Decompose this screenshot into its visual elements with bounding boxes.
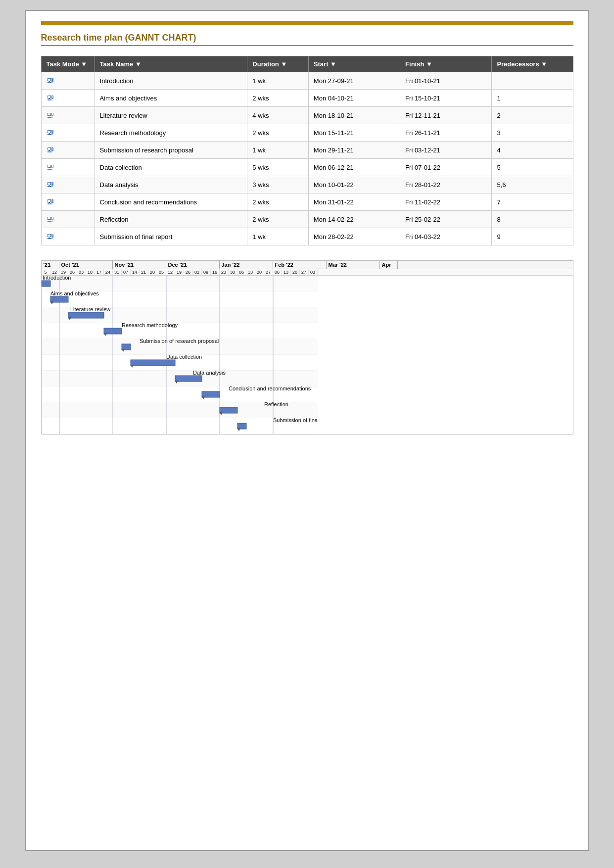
timeline-dates: 5121926031017243107142128051219260209162… bbox=[42, 269, 573, 276]
timeline-month: Oct '21 bbox=[59, 261, 113, 269]
sort-icon-task-name[interactable]: ▼ bbox=[135, 60, 142, 68]
cell-start-5: Mon 06-12-21 bbox=[308, 159, 400, 176]
timeline-date: 19 bbox=[59, 269, 68, 275]
cell-task-name-1: Aims and objectives bbox=[94, 90, 247, 107]
cell-duration-9: 1 wk bbox=[247, 228, 309, 245]
cell-finish-3: Fri 26-11-21 bbox=[400, 124, 492, 142]
cell-predecessors-2: 2 bbox=[492, 107, 573, 124]
sort-icon-finish[interactable]: ▼ bbox=[426, 60, 432, 68]
sort-icon-start[interactable]: ▼ bbox=[330, 60, 336, 68]
cell-predecessors-4: 4 bbox=[492, 142, 573, 159]
timeline-date: 13 bbox=[282, 269, 291, 275]
sort-icon-task-mode[interactable]: ▼ bbox=[81, 60, 87, 68]
cell-start-2: Mon 18-10-21 bbox=[308, 107, 400, 124]
chart-label-6: Data analysis bbox=[193, 370, 226, 376]
timeline-date: 14 bbox=[131, 269, 140, 275]
cell-task-mode-6: 🖳 bbox=[41, 176, 94, 193]
cell-duration-4: 1 wk bbox=[247, 142, 309, 159]
cell-duration-5: 5 wks bbox=[247, 159, 309, 176]
timeline-date: 5 bbox=[42, 269, 50, 275]
cell-predecessors-6: 5,6 bbox=[492, 176, 573, 193]
cell-task-name-9: Submission of final report bbox=[94, 228, 247, 245]
table-row: 🖳 Conclusion and recommendations 2 wks M… bbox=[41, 193, 573, 211]
table-row: 🖳 Submission of research proposal 1 wk M… bbox=[41, 142, 573, 159]
gantt-table: Task Mode ▼ Task Name ▼ Duration ▼ Start… bbox=[41, 56, 573, 245]
task-mode-icon-0: 🖳 bbox=[47, 76, 54, 85]
task-mode-icon-3: 🖳 bbox=[47, 128, 54, 137]
timeline-date: 12 bbox=[50, 269, 59, 275]
cell-start-6: Mon 10-01-22 bbox=[308, 176, 400, 193]
cell-finish-5: Fri 07-01-22 bbox=[400, 159, 492, 176]
chart-label-2: Literature review bbox=[70, 306, 110, 312]
timeline-month: Mar '22 bbox=[327, 261, 380, 269]
cell-start-8: Mon 14-02-22 bbox=[308, 211, 400, 228]
chart-arrow-7: ▼ bbox=[201, 395, 206, 400]
cell-predecessors-3: 3 bbox=[492, 124, 573, 142]
cell-duration-1: 2 wks bbox=[247, 90, 309, 107]
timeline-date: 24 bbox=[104, 269, 113, 275]
top-bar bbox=[41, 21, 573, 25]
timeline-month: Feb '22 bbox=[273, 261, 327, 269]
timeline-date: 05 bbox=[157, 269, 166, 275]
task-mode-icon-9: 🖳 bbox=[47, 232, 54, 241]
chart-label-1: Aims and objectives bbox=[50, 290, 99, 296]
cell-finish-1: Fri 15-10-21 bbox=[400, 90, 492, 107]
chart-arrow-9: ▼ bbox=[236, 427, 241, 432]
col-header-task-mode[interactable]: Task Mode ▼ bbox=[41, 56, 94, 72]
table-row: 🖳 Aims and objectives 2 wks Mon 04-10-21… bbox=[41, 90, 573, 107]
timeline-date: 13 bbox=[246, 269, 255, 275]
task-mode-icon-7: 🖳 bbox=[47, 197, 54, 206]
timeline-date: 23 bbox=[220, 269, 229, 275]
task-mode-icon-2: 🖳 bbox=[47, 111, 54, 119]
table-row: 🖳 Submission of final report 1 wk Mon 28… bbox=[41, 228, 573, 245]
col-label-task-name: Task Name bbox=[100, 60, 134, 68]
timeline-date: 07 bbox=[122, 269, 131, 275]
cell-task-mode-7: 🖳 bbox=[41, 193, 94, 211]
table-row: 🖳 Reflection 2 wks Mon 14-02-22 Fri 25-0… bbox=[41, 211, 573, 228]
cell-finish-0: Fri 01-10-21 bbox=[400, 72, 492, 90]
col-header-predecessors[interactable]: Predecessors ▼ bbox=[492, 56, 573, 72]
task-mode-icon-1: 🖳 bbox=[47, 94, 54, 102]
chart-arrow-2: ▼ bbox=[67, 316, 72, 321]
timeline-date: 17 bbox=[95, 269, 104, 275]
chart-bg-row-3 bbox=[42, 323, 318, 339]
chart-bg-row-0 bbox=[42, 276, 318, 291]
cell-predecessors-9: 9 bbox=[492, 228, 573, 245]
col-label-start: Start bbox=[314, 60, 329, 68]
timeline-date: 12 bbox=[166, 269, 175, 275]
cell-task-name-5: Data collection bbox=[94, 159, 247, 176]
col-label-predecessors: Predecessors bbox=[497, 60, 539, 68]
cell-task-name-8: Reflection bbox=[94, 211, 247, 228]
chart-arrow-5: ▼ bbox=[130, 363, 135, 369]
sort-icon-duration[interactable]: ▼ bbox=[281, 60, 287, 68]
chart-arrow-6: ▼ bbox=[174, 379, 179, 385]
cell-start-1: Mon 04-10-21 bbox=[308, 90, 400, 107]
timeline-month: Dec '21 bbox=[166, 261, 220, 269]
timeline-date: 06 bbox=[273, 269, 282, 275]
cell-duration-6: 3 wks bbox=[247, 176, 309, 193]
chart-label-7: Conclusion and recommendations bbox=[229, 386, 311, 391]
timeline-date: 26 bbox=[184, 269, 193, 275]
cell-duration-3: 2 wks bbox=[247, 124, 309, 142]
chart-bar-6 bbox=[175, 376, 202, 382]
chart-arrow-3: ▼ bbox=[103, 332, 108, 337]
col-header-finish[interactable]: Finish ▼ bbox=[400, 56, 492, 72]
chart-label-8: Reflection bbox=[264, 401, 288, 407]
table-row: 🖳 Literature review 4 wks Mon 18-10-21 F… bbox=[41, 107, 573, 124]
timeline-date: 19 bbox=[175, 269, 184, 275]
task-mode-icon-8: 🖳 bbox=[47, 215, 54, 223]
sort-icon-predecessors[interactable]: ▼ bbox=[541, 60, 547, 68]
table-row: 🖳 Introduction 1 wk Mon 27-09-21 Fri 01-… bbox=[41, 72, 573, 90]
col-header-duration[interactable]: Duration ▼ bbox=[247, 56, 309, 72]
timeline-month: Apr bbox=[380, 261, 398, 269]
cell-finish-8: Fri 25-02-22 bbox=[400, 211, 492, 228]
col-header-task-name[interactable]: Task Name ▼ bbox=[94, 56, 247, 72]
chart-label-9: Submission of final report bbox=[273, 417, 318, 423]
chart-arrow-8: ▼ bbox=[219, 411, 224, 416]
cell-predecessors-7: 7 bbox=[492, 193, 573, 211]
col-header-start[interactable]: Start ▼ bbox=[308, 56, 400, 72]
cell-task-name-3: Research methodology bbox=[94, 124, 247, 142]
cell-duration-7: 2 wks bbox=[247, 193, 309, 211]
col-label-duration: Duration bbox=[252, 60, 279, 68]
table-row: 🖳 Research methodology 2 wks Mon 15-11-2… bbox=[41, 124, 573, 142]
